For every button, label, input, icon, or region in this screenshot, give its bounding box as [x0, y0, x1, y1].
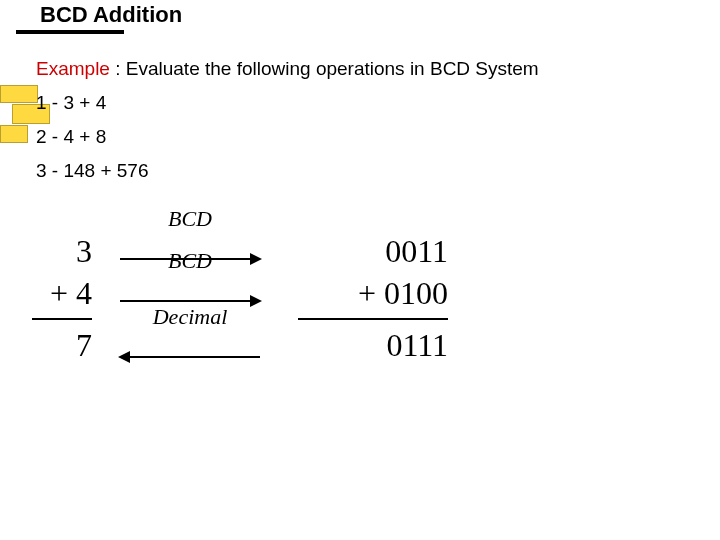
- slide-title: BCD Addition: [40, 2, 182, 28]
- decimal-column: 3 + 4 7: [22, 230, 92, 356]
- sum-rule: [298, 318, 448, 320]
- example-text: : Evaluate the following operations in B…: [110, 58, 539, 79]
- bcd-column: 0011 + 0100 0111: [288, 230, 448, 356]
- arrow-left-icon: [120, 356, 260, 358]
- example-line: Example : Evaluate the following operati…: [36, 58, 539, 80]
- arrow-label: BCD: [120, 246, 260, 276]
- operand: + 4: [22, 272, 92, 314]
- sum: 0111: [288, 314, 448, 356]
- accent-rect: [0, 125, 28, 143]
- arrow-column: BCD BCD Decimal: [100, 230, 280, 370]
- example-keyword: Example: [36, 58, 110, 79]
- operand: + 0100: [288, 272, 448, 314]
- sum: 7: [22, 314, 92, 356]
- arrow-label: Decimal: [120, 302, 260, 332]
- arrow-label: BCD: [120, 204, 260, 234]
- sum-rule: [32, 318, 92, 320]
- title-underline: [16, 30, 124, 34]
- operand: 0011: [288, 230, 448, 272]
- problem-item: 1 - 3 + 4: [36, 92, 106, 114]
- problem-item: 3 - 148 + 576: [36, 160, 149, 182]
- problem-item: 2 - 4 + 8: [36, 126, 106, 148]
- bcd-worked-example: 3 + 4 7 BCD BCD Decimal 0011 + 0100: [22, 230, 448, 370]
- operand: 3: [22, 230, 92, 272]
- accent-rect: [0, 85, 38, 103]
- slide: BCD Addition Example : Evaluate the foll…: [0, 0, 720, 540]
